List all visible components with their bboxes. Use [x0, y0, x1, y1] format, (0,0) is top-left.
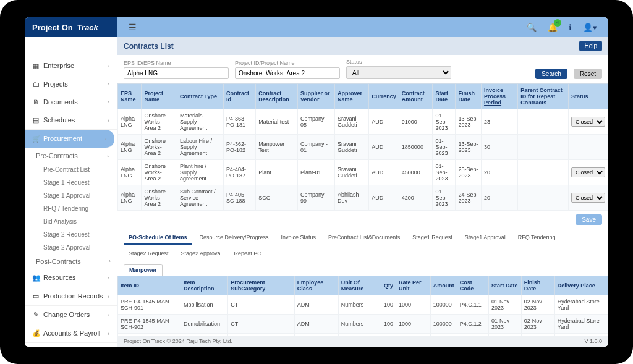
- tabs: PO-Schedule Of ItemsResource Delivery/Pr…: [117, 229, 608, 260]
- page-title: Contracts List: [124, 42, 174, 51]
- save-button[interactable]: Save: [576, 214, 602, 225]
- menu-toggle-icon[interactable]: ☰: [129, 22, 137, 32]
- contracts-header[interactable]: Status: [568, 84, 608, 109]
- tab-repeat-po[interactable]: Repeat PO: [229, 247, 267, 260]
- footer: Project On Track © 2024 Raju Tech Pty. L…: [117, 336, 608, 347]
- tab-resource-delivery-progress[interactable]: Resource Delivery/Progress: [195, 231, 274, 245]
- sidebar-item-production-records[interactable]: ▭Production Records‹: [25, 287, 117, 306]
- schedule-header[interactable]: Start Date: [489, 276, 522, 295]
- schedule-header[interactable]: Delivery Place: [554, 276, 608, 295]
- sidebar-sub-bid-analysis[interactable]: Bid Analysis: [25, 215, 117, 228]
- contracts-header[interactable]: EPS Name: [118, 84, 142, 109]
- schedule-header[interactable]: Finish Date: [521, 276, 554, 295]
- sidebar-item-procurement[interactable]: 🛒Procurement‹: [25, 130, 114, 148]
- enterprise-icon: ▦: [32, 62, 40, 70]
- schedule-header[interactable]: Rate Per Unit: [396, 276, 431, 295]
- chevron-icon: ‹: [108, 99, 109, 105]
- status-dropdown[interactable]: Closed: [571, 167, 605, 177]
- schedule-row[interactable]: PRE-P4-1545-MAN-SCH-901MobilisationCTADM…: [118, 295, 608, 315]
- status-label: Status: [346, 59, 451, 65]
- tab-precontract-list-documents[interactable]: PreContract List&Documents: [323, 231, 405, 245]
- chevron-icon: ‹: [108, 331, 109, 337]
- tab-stage-request[interactable]: Stage1 Request: [407, 231, 457, 245]
- status-select[interactable]: All: [346, 66, 451, 79]
- schedule-header[interactable]: Cost Code: [457, 276, 488, 295]
- tab-stage-request[interactable]: Stage2 Request: [124, 247, 174, 260]
- main-content: Contracts List Help EPS ID/EPS Name Proj…: [117, 37, 608, 347]
- user-menu-icon[interactable]: 👤▾: [583, 23, 597, 32]
- contracts-header[interactable]: Contract Description: [256, 84, 298, 109]
- schedule-header[interactable]: Item ID: [118, 276, 181, 295]
- contracts-header[interactable]: Start Date: [433, 84, 456, 109]
- schedule-header[interactable]: Procurement SubCategory: [228, 276, 294, 295]
- project-input[interactable]: [235, 67, 340, 79]
- sidebar-item-projects[interactable]: 🗀Projects‹: [25, 75, 117, 93]
- sidebar-sub-post-contracts[interactable]: Post-Contracts‹: [25, 254, 117, 269]
- contracts-header[interactable]: Invoice Process Period: [482, 84, 518, 109]
- contracts-header[interactable]: Currency: [369, 84, 399, 109]
- contracts-header[interactable]: Contract Amount: [399, 84, 433, 109]
- chevron-icon: ‹: [108, 63, 109, 69]
- notifications-icon[interactable]: 🔔4: [548, 23, 558, 32]
- sidebar-sub-stage-request[interactable]: Stage 2 Request: [25, 228, 117, 241]
- contracts-header[interactable]: Finish Date: [456, 84, 482, 109]
- chevron-icon: ‹: [108, 275, 109, 281]
- chevron-icon: ‹: [108, 117, 109, 124]
- brand-part1: Project On: [32, 23, 73, 32]
- contracts-header[interactable]: Contract Id: [223, 84, 255, 109]
- sidebar-item-accounts-payroll[interactable]: 💰Accounts & Payroll‹: [25, 324, 117, 343]
- contracts-header[interactable]: Project Name: [142, 84, 177, 109]
- sidebar-item-documents[interactable]: 🗎Documents‹: [25, 93, 117, 111]
- info-icon[interactable]: ℹ: [569, 23, 572, 32]
- contracts-header[interactable]: Contract Type: [177, 84, 224, 109]
- resources-icon: 👥: [32, 274, 40, 282]
- schedule-row[interactable]: PRE-P4-1545-MAN-SCH-902DemobilisationCTA…: [118, 315, 608, 334]
- schedule-header[interactable]: Employee Class: [294, 276, 338, 295]
- sidebar-sub-pre-contract-list[interactable]: Pre-Contract List: [25, 163, 117, 176]
- sidebar-item-schedules[interactable]: ▤Schedules‹: [25, 111, 117, 130]
- sidebar-sub-pre-contracts[interactable]: Pre-Contracts⌄: [25, 148, 117, 163]
- chevron-icon: ‹: [108, 312, 109, 318]
- contracts-header[interactable]: Approver Name: [334, 84, 368, 109]
- sidebar-item-change-orders[interactable]: ✎Change Orders‹: [25, 306, 117, 324]
- chevron-icon: ‹: [108, 81, 109, 87]
- contracts-table: EPS NameProject NameContract TypeContrac…: [117, 83, 608, 211]
- schedule-header[interactable]: Item Description: [181, 276, 227, 295]
- tab-po-schedule-of-items[interactable]: PO-Schedule Of Items: [124, 231, 192, 245]
- search-icon[interactable]: 🔍: [527, 23, 537, 32]
- reset-button[interactable]: Reset: [574, 69, 602, 79]
- status-dropdown[interactable]: Closed: [571, 193, 605, 203]
- footer-left: Project On Track © 2024 Raju Tech Pty. L…: [124, 338, 232, 344]
- projects-icon: 🗀: [32, 80, 40, 88]
- sidebar-sub-stage-approval[interactable]: Stage 1 Approval: [25, 189, 117, 202]
- footer-right: V 1.0.0: [584, 338, 602, 344]
- contracts-row[interactable]: Alpha LNGOnshore Works- Area 2Labour Hir…: [118, 135, 608, 160]
- schedule-header[interactable]: Qty: [381, 276, 396, 295]
- schedule-header[interactable]: Amount: [430, 276, 457, 295]
- schedule-header[interactable]: Unit Of Measure: [338, 276, 381, 295]
- sidebar-sub-stage-request[interactable]: Stage 1 Request: [25, 176, 117, 189]
- sidebar-sub-rfq-tendering[interactable]: RFQ / Tendering: [25, 202, 117, 215]
- status-dropdown[interactable]: Closed: [571, 117, 605, 127]
- contracts-header[interactable]: Supplier or Vendor: [298, 84, 335, 109]
- contracts-header[interactable]: Parent Contract ID for Repeat Contracts: [518, 84, 569, 109]
- subtab-manpower[interactable]: Manpower: [124, 264, 163, 276]
- sidebar-sub-stage-approval[interactable]: Stage 2 Approval: [25, 241, 117, 254]
- search-button[interactable]: Search: [535, 69, 567, 79]
- eps-label: EPS ID/EPS Name: [124, 60, 229, 66]
- filter-row: EPS ID/EPS Name Project ID/Project Name …: [117, 55, 608, 83]
- tab-rfq-tendering[interactable]: RFQ Tendering: [513, 231, 561, 245]
- contracts-row[interactable]: Alpha LNGOnshore Works- Area 2Materials …: [118, 109, 608, 135]
- tab-invoice-status[interactable]: Invoice Status: [276, 231, 321, 245]
- chevron-icon: ‹: [105, 136, 107, 142]
- sidebar-item-enterprise[interactable]: ▦Enterprise‹: [25, 57, 117, 75]
- procurement-icon: 🛒: [32, 135, 40, 143]
- eps-input[interactable]: [124, 67, 229, 79]
- help-button[interactable]: Help: [579, 41, 602, 51]
- sidebar-item-resources[interactable]: 👥Resources‹: [25, 269, 117, 287]
- tab-stage-approval[interactable]: Stage2 Approval: [176, 247, 227, 260]
- contracts-row[interactable]: Alpha LNGOnshore Works- Area 2Plant hire…: [118, 160, 608, 185]
- contracts-row[interactable]: Alpha LNGOnshore Works- Area 2Sub Contra…: [118, 185, 608, 211]
- tab-stage-approval[interactable]: Stage1 Approval: [460, 231, 511, 245]
- documents-icon: 🗎: [32, 98, 40, 106]
